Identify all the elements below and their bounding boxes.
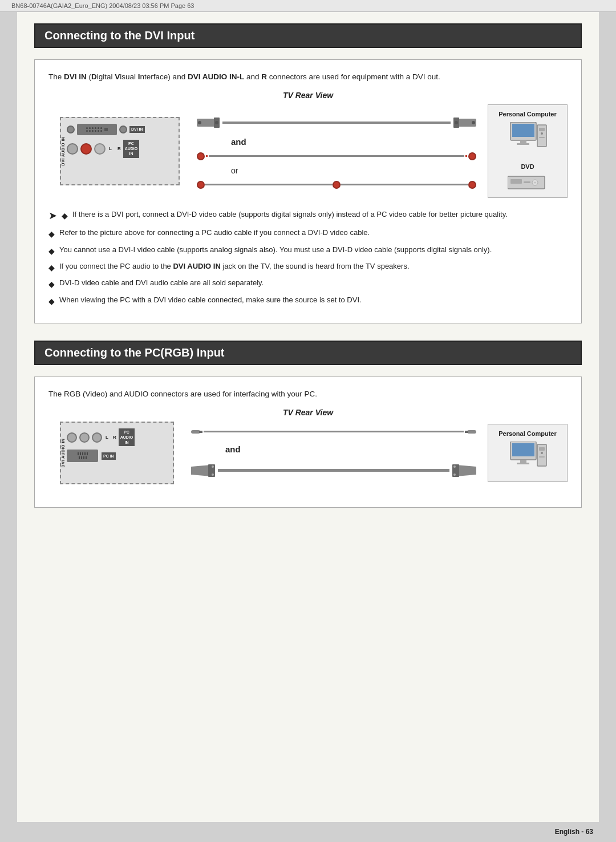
rgb-audio-wire xyxy=(204,431,464,432)
rca-left-red xyxy=(197,152,205,160)
dvi-pin xyxy=(89,130,91,132)
pc-audio-in-box: PCAUDIOIN xyxy=(123,140,140,157)
main-content: Connecting to the DVI Input The DVI IN (… xyxy=(17,12,599,822)
audio-cable-1 xyxy=(197,152,476,160)
svg-rect-23 xyxy=(467,430,476,434)
svg-rect-38 xyxy=(539,447,545,451)
dvi-pins-row1 xyxy=(86,127,102,129)
bullet-text-3: You cannot use a DVI-I video cable (supp… xyxy=(59,245,492,256)
rgb-audio-cable xyxy=(191,427,476,436)
svg-rect-30 xyxy=(452,464,459,477)
rca2-mid-red xyxy=(333,181,341,189)
dvi-wire xyxy=(222,122,451,124)
svg-point-31 xyxy=(453,465,456,468)
svg-rect-36 xyxy=(517,463,529,464)
bullet-text-6: When viewing the PC with a DVI video cab… xyxy=(59,295,362,306)
diamond-icon-3: ◆ xyxy=(48,245,55,257)
svg-point-39 xyxy=(541,452,543,454)
vga-pin xyxy=(78,452,79,455)
diamond-icon-2: ◆ xyxy=(48,228,55,240)
svg-rect-10 xyxy=(520,140,526,143)
dvi-pin xyxy=(92,130,94,132)
arrow-icon: ➤ xyxy=(48,208,57,223)
vga-pin xyxy=(86,456,87,459)
svg-rect-40 xyxy=(539,456,545,458)
tv-panel-rgb: DVI AUDIO IN L R PCAUDIOIN xyxy=(60,422,174,484)
dvi-pin xyxy=(86,127,88,129)
audio-wire-1 xyxy=(209,155,464,157)
tv-panel-dvi-inner: DVI AUDIO IN xyxy=(60,117,180,185)
section2-title: Connecting to the PC(RGB) Input xyxy=(44,346,225,359)
audio-jack-l xyxy=(67,143,78,155)
bullet-text-5: DVI-D video cable and DVI audio cable ar… xyxy=(59,278,264,289)
rgb-vga-row: PC IN xyxy=(67,450,167,462)
dvi-pin xyxy=(95,130,96,132)
bullet-item-2: ◆ Refer to the picture above for connect… xyxy=(48,228,568,240)
diamond-icon-1: ◆ xyxy=(62,210,68,221)
svg-rect-22 xyxy=(199,431,202,433)
pc-icon xyxy=(508,122,548,156)
rgb-l-label: L xyxy=(106,435,108,440)
vga-port xyxy=(67,450,98,462)
dvd-label: DVD xyxy=(521,163,534,170)
or-label-dvi: or xyxy=(231,166,476,175)
dvi-pin xyxy=(89,127,91,129)
svg-rect-34 xyxy=(512,443,534,456)
dvi-pin xyxy=(86,130,88,132)
svg-rect-11 xyxy=(517,143,529,145)
dvi-pin xyxy=(92,127,94,129)
devices-box-rgb: Personal Computer xyxy=(488,424,568,482)
bullet-item-6: ◆ When viewing the PC with a DVI video c… xyxy=(48,295,568,307)
dvi-cable-top xyxy=(197,114,476,131)
section1-intro: The DVI IN (Digital Visual Interface) an… xyxy=(48,71,568,83)
bullet-item-5: ◆ DVI-D video cable and DVI audio cable … xyxy=(48,278,568,290)
svg-point-19 xyxy=(534,182,536,184)
audio-jack-r xyxy=(80,143,92,155)
svg-point-7 xyxy=(472,121,475,124)
vga-pin xyxy=(79,456,80,459)
section1-title: Connecting to the DVI Input xyxy=(44,29,194,42)
bullet-item-1: ➤ ◆ If there is a DVI port, connect a DV… xyxy=(48,209,568,223)
svg-point-27 xyxy=(212,465,214,468)
rgb-jack-l xyxy=(67,432,77,443)
dvi-pin xyxy=(95,127,96,129)
diamond-icon-5: ◆ xyxy=(48,278,55,290)
dvi-plug-right-icon xyxy=(451,114,476,131)
section1-bullets: ➤ ◆ If there is a DVI port, connect a DV… xyxy=(48,209,568,307)
svg-rect-26 xyxy=(208,464,215,477)
svg-rect-24 xyxy=(465,431,468,433)
dvd-icon xyxy=(508,175,548,192)
bullet-text-2: Refer to the picture above for connectin… xyxy=(59,228,370,238)
rgb-lr-labels: L R xyxy=(106,435,116,440)
audio-wire2b xyxy=(341,184,468,185)
personal-computer-label: Personal Computer xyxy=(499,111,556,118)
dvi-circle-right xyxy=(119,126,127,133)
page-footer: English - 63 xyxy=(0,822,616,841)
pc-icon-rgb xyxy=(508,442,548,476)
rgb-panel-inner: DVI AUDIO IN L R PCAUDIOIN xyxy=(60,422,174,484)
dvi-audio-in-label: DVI AUDIO IN xyxy=(61,137,65,166)
svg-rect-15 xyxy=(539,137,545,138)
dvi-diagram-row: DVI AUDIO IN xyxy=(48,104,568,198)
svg-point-3 xyxy=(215,121,218,124)
rgb-pc-audio-in-box: PCAUDIOIN xyxy=(119,428,135,446)
rca2-left-red xyxy=(197,181,205,189)
svg-point-6 xyxy=(455,121,458,124)
section1-title-bar: Connecting to the DVI Input xyxy=(34,23,582,48)
rgb-diagram-row: DVI AUDIO IN L R PCAUDIOIN xyxy=(48,422,568,484)
rgb-cable-area: and xyxy=(191,427,476,479)
vga-pin xyxy=(80,452,81,455)
devices-box-dvi: Personal Computer xyxy=(488,104,568,198)
vga-cable-left-icon xyxy=(191,462,217,479)
rgb-vga-wire xyxy=(218,469,449,472)
vga-pin xyxy=(83,456,84,459)
tv-rear-view-label1: TV Rear View xyxy=(48,91,568,100)
dvi-pins-row2 xyxy=(86,130,102,132)
tv-rear-view-label2: TV Rear View xyxy=(48,408,568,417)
svg-point-14 xyxy=(541,132,543,135)
bullet-text-4: If you connect the PC audio to the DVI A… xyxy=(59,261,410,272)
dvi-pins xyxy=(86,127,102,132)
rgb-vga-cable xyxy=(191,462,476,479)
dvi-pin xyxy=(100,127,102,129)
audio-wire2a xyxy=(205,184,333,185)
